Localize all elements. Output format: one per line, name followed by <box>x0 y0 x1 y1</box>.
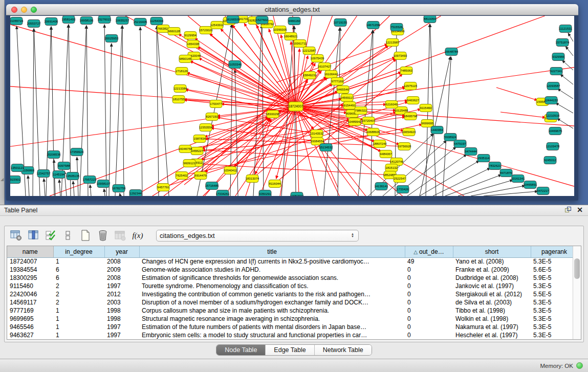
graph-node[interactable]: 20206536 <box>47 151 61 159</box>
graph-node[interactable]: 13505135 <box>66 172 80 180</box>
table-row[interactable]: 969969511998Structural magnetic resonanc… <box>7 315 578 323</box>
table-cell[interactable]: 5.9E-5 <box>531 274 578 282</box>
table-cell[interactable]: 0 <box>405 274 453 282</box>
graph-node[interactable]: 14569117 <box>340 94 354 102</box>
graph-node[interactable]: 9097588 <box>58 162 70 170</box>
graph-node[interactable]: 5938924 <box>444 134 456 141</box>
table-cell[interactable]: 1 <box>53 323 104 331</box>
graph-node[interactable]: 1654338 <box>187 40 199 48</box>
graph-node[interactable]: 9329966 <box>552 53 564 61</box>
graph-node[interactable]: 16106442 <box>324 71 338 78</box>
graph-node[interactable]: 16648784 <box>445 48 459 56</box>
table-cell[interactable]: Investigating the contribution of common… <box>139 290 405 298</box>
graph-node[interactable]: 9465546 <box>337 86 349 94</box>
table-cell[interactable]: Nakamura et al. (1997) <box>453 323 531 331</box>
tab-network-table[interactable]: Network Table <box>315 345 372 355</box>
node-table-grid[interactable]: namein_degreeyeartitle△out_de…shortpager… <box>7 246 578 339</box>
table-cell[interactable]: 5.5E-5 <box>531 290 578 298</box>
table-cell[interactable]: de Silva et al. (2003) <box>453 298 531 307</box>
network-view-window[interactable]: citations_edges.txt 76638229660128912995… <box>6 4 578 201</box>
graph-node[interactable]: 12103478 <box>546 143 560 150</box>
graph-node[interactable]: 8471876 <box>500 169 512 177</box>
table-cell[interactable]: 1997 <box>104 323 139 331</box>
network-canvas[interactable]: 7663822966012891299541654338224200469890… <box>10 16 574 196</box>
graph-node[interactable]: 16166509 <box>226 16 240 24</box>
close-button[interactable] <box>11 7 17 13</box>
table-cell[interactable]: 9699695 <box>7 315 53 323</box>
graph-node[interactable]: 1527602 <box>256 16 268 24</box>
table-row[interactable]: 946554611997Estimation of the future num… <box>7 323 578 331</box>
graph-node[interactable]: 9129954 <box>184 32 197 39</box>
graph-node[interactable]: 2935114 <box>477 155 490 162</box>
table-cell[interactable]: 1 <box>53 257 104 266</box>
table-cell[interactable]: Estimation of the future numbers of pati… <box>139 323 405 331</box>
graph-node[interactable]: 14136141 <box>375 183 388 190</box>
table-cell[interactable]: Jankovic et al. (1997) <box>453 282 531 290</box>
column-header-out-de-[interactable]: △out_de… <box>405 246 453 257</box>
table-cell[interactable]: 18724007 <box>7 257 53 266</box>
table-cell[interactable]: 1998 <box>104 307 139 315</box>
table-cell[interactable]: 6 <box>53 274 104 282</box>
table-cell[interactable]: 2 <box>53 290 104 298</box>
graph-node[interactable]: 18300295 <box>266 111 280 118</box>
graph-node[interactable]: 9466160 <box>288 17 300 25</box>
graph-node[interactable]: 9890145 <box>179 55 191 63</box>
table-cell[interactable]: 2 <box>53 282 104 290</box>
graph-node[interactable]: 9458227 <box>191 147 203 155</box>
table-cell[interactable]: 5.6E-5 <box>531 266 578 274</box>
table-row[interactable]: 1938455462009Genome-wide association stu… <box>7 266 578 274</box>
graph-node[interactable]: 12052902 <box>290 192 304 196</box>
graph-node[interactable]: 15751874 <box>556 39 570 47</box>
table-cell[interactable]: 5.3E-5 <box>531 315 578 323</box>
table-cell[interactable]: 5.3E-5 <box>531 323 578 331</box>
graph-node[interactable]: 10688609 <box>366 128 380 136</box>
graph-node[interactable]: 10973493 <box>394 52 407 60</box>
graph-node[interactable]: 17957223 <box>83 176 97 184</box>
graph-node[interactable]: 9474444 <box>465 148 477 156</box>
column-header-year[interactable]: year <box>104 246 139 257</box>
table-cell[interactable]: 5.3E-5 <box>531 307 578 315</box>
table-cell[interactable]: 1 <box>53 307 104 315</box>
table-cell[interactable]: 18300295 <box>7 274 53 282</box>
table-cell[interactable]: 9463627 <box>7 331 53 339</box>
graph-node[interactable]: 9457791 <box>157 184 169 191</box>
graph-node[interactable]: 18724007 <box>289 102 303 111</box>
table-cell[interactable]: 1 <box>53 315 104 323</box>
graph-node[interactable]: 1815132 <box>385 164 398 172</box>
column-header-pagerank[interactable]: pagerank <box>531 246 578 257</box>
graph-node[interactable]: 9484067 <box>380 150 392 158</box>
graph-node[interactable]: 21055724 <box>10 17 24 25</box>
show-columns-icon[interactable] <box>27 229 39 242</box>
column-header-title[interactable]: title <box>139 246 405 257</box>
graph-node[interactable]: 10719155 <box>334 19 347 27</box>
graph-node[interactable]: 9245012 <box>544 157 556 164</box>
table-row[interactable]: 911546021997Tourette syndrome. Phenomeno… <box>7 282 578 290</box>
graph-node[interactable]: 9154491 <box>343 102 356 110</box>
graph-node[interactable]: 8813054 <box>424 16 436 23</box>
graph-node[interactable]: 7986322 <box>355 107 367 115</box>
graph-node[interactable]: 15720407 <box>362 117 376 125</box>
graph-node[interactable]: 10465891 <box>524 181 537 189</box>
graph-node[interactable]: 12353554 <box>199 124 213 132</box>
graph-node[interactable]: 16958106 <box>80 17 94 25</box>
table-cell[interactable]: Dudbridge et al. (2008) <box>453 274 531 282</box>
graph-node[interactable]: 9115460 <box>420 104 432 112</box>
graph-node[interactable]: 10958107 <box>97 180 111 188</box>
graph-node[interactable]: 19361711 <box>293 40 307 48</box>
graph-node[interactable]: 11254394 <box>150 17 164 25</box>
graph-node[interactable]: 10399305 <box>273 26 287 34</box>
table-cell[interactable]: 5.3E-5 <box>531 257 578 266</box>
table-cell[interactable]: Structural magnetic resonance image aver… <box>139 315 405 323</box>
graph-node[interactable]: 9472217 <box>537 187 549 195</box>
graph-node[interactable]: 1733426 <box>397 186 409 193</box>
graph-node[interactable]: 18495798 <box>404 113 418 120</box>
graph-node[interactable]: 12444153 <box>545 97 558 104</box>
table-cell[interactable]: 0 <box>405 266 453 274</box>
close-panel-icon[interactable]: ✕ <box>577 207 583 213</box>
graph-node[interactable]: 16107427 <box>318 63 332 71</box>
graph-node[interactable]: 1700477 <box>210 100 222 108</box>
graph-node[interactable]: 10975439 <box>311 55 324 62</box>
table-row[interactable]: 1830029562008Estimation of significance … <box>7 274 578 282</box>
graph-node[interactable]: 9463627 <box>407 97 419 104</box>
graph-node[interactable]: 12212987 <box>302 47 316 55</box>
